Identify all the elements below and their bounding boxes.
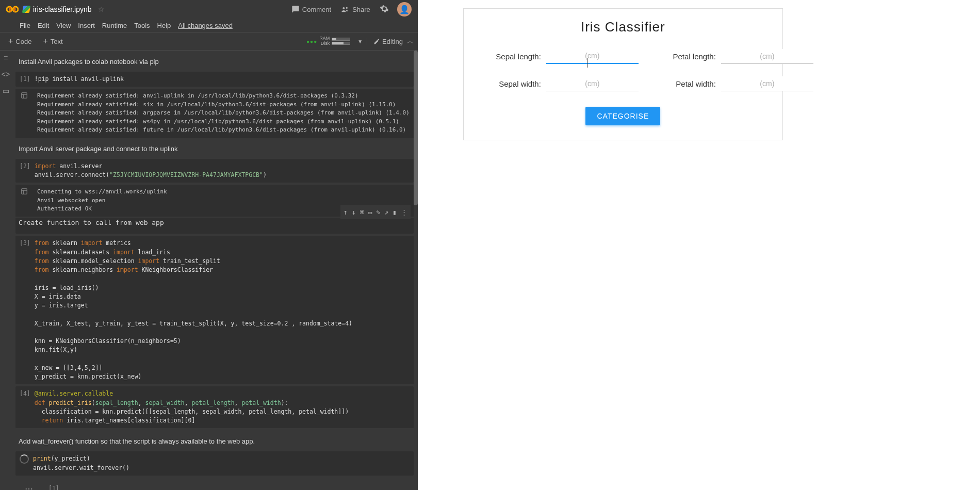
cell-1-output: Requirement already satisfied: anvil-upl… [15,89,414,138]
code: @anvil.server.callable def predict_iris(… [35,386,414,428]
text-cell-1[interactable]: Install Anvil packages to colab notebook… [15,51,414,72]
toc-icon[interactable]: ≡ [4,54,8,62]
meters [332,38,350,45]
text-cell-4[interactable]: Add wait_forever() function so that the … [15,430,414,451]
add-text-button[interactable]: +Text [43,37,62,45]
code-cell-4[interactable]: [4]@anvil.server.callable def predict_ir… [15,386,414,428]
files-icon[interactable]: ▭ [3,87,9,95]
pencil-icon [373,38,380,45]
cell-prompt: [3] [15,236,35,384]
text-cell-3[interactable]: Create function to call from web app [15,218,414,234]
cell-prompt: [4] [15,386,35,428]
text-cell-2[interactable]: Import Anvil server package and connect … [15,138,414,159]
text-caret [587,58,587,68]
menu-runtime[interactable]: Runtime [102,22,127,29]
svg-point-2 [342,7,345,9]
collapse-button[interactable]: ︿ [407,37,414,46]
running-spinner[interactable] [15,451,33,476]
star-icon[interactable]: ☆ [98,5,105,13]
plus-icon: + [8,37,13,45]
sepal-width-label: Sepal width: [479,79,541,88]
comment-icon [291,5,300,13]
add-code-button[interactable]: +Code [8,37,31,45]
plus-icon: + [43,37,47,45]
share-icon [340,5,350,13]
code: import anvil.server anvil.server.connect… [35,159,414,183]
code: !pip install anvil-uplink [35,72,414,87]
output-icon[interactable] [21,92,28,99]
dropdown-icon[interactable]: ▼ [357,39,363,44]
delete-cell-icon[interactable]: ▮ [393,207,397,218]
petal-length-input[interactable] [721,49,813,64]
code-cell-3[interactable]: ↑ ↓ ⌘ ▭ ✎ ⇗ ▮ ⋮ Create function to call … [15,218,414,234]
menu-help[interactable]: Help [157,22,171,29]
share-button[interactable]: Share [340,5,370,13]
menu-tools[interactable]: Tools [134,22,150,29]
svg-rect-5 [22,189,27,194]
mirror-icon[interactable]: ⇗ [384,207,388,218]
toolbar: +Code +Text ●●● RAMDisk ▼ Editing ︿ [0,32,418,51]
move-down-icon[interactable]: ↓ [352,207,356,218]
sepal-length-label: Sepal length: [479,52,541,61]
scrollbar[interactable] [414,51,418,205]
colab-header: iris-classifier.ipynb ☆ Comment Share 👤 [0,0,418,19]
gear-icon [380,4,389,13]
cell-prompt: [1] [15,72,35,87]
user-avatar[interactable]: 👤 [397,2,412,17]
code-cell-1[interactable]: [1]!pip install anvil-uplink [15,72,414,87]
resource-monitor[interactable]: ●●● RAMDisk [306,36,350,46]
link-icon[interactable]: ⌘ [360,207,364,218]
cell-toolbar: ↑ ↓ ⌘ ▭ ✎ ⇗ ▮ ⋮ [340,205,411,220]
drive-icon [22,6,30,13]
more-actions[interactable]: ⋯ [15,481,43,490]
app-title: Iris Classifier [479,19,767,35]
sidebar-rail: ≡ <> ▭ [0,51,11,490]
sepal-length-input[interactable] [546,48,639,64]
svg-rect-4 [22,93,27,99]
code-cell-3b[interactable]: [3]from sklearn import metrics from skle… [15,236,414,384]
output-icon[interactable] [21,188,28,195]
petal-length-label: Petal length: [654,52,716,61]
sepal-width-input[interactable] [546,76,639,91]
move-up-icon[interactable]: ↑ [344,207,348,218]
cell-prompt-last: [1] [48,485,59,490]
code-cell-5[interactable]: print(y_predict) anvil.server.wait_forev… [15,451,414,476]
code-cell-2[interactable]: [2]import anvil.server anvil.server.conn… [15,159,414,183]
menu-file[interactable]: File [20,22,30,29]
menu-edit[interactable]: Edit [38,22,49,29]
menu-bar: File Edit View Insert Runtime Tools Help… [0,19,418,32]
comment-cell-icon[interactable]: ▭ [368,207,372,218]
menu-insert[interactable]: Insert [78,22,95,29]
menu-view[interactable]: View [56,22,71,29]
edit-cell-icon[interactable]: ✎ [376,207,380,218]
save-status[interactable]: All changes saved [178,22,233,29]
more-icon[interactable]: ⋮ [401,207,407,218]
code: print(y_predict) anvil.server.wait_forev… [33,451,414,476]
colab-logo [6,3,19,15]
notebook-name[interactable]: iris-classifier.ipynb [33,5,92,13]
comment-button[interactable]: Comment [291,5,331,13]
iris-card: Iris Classifier Sepal length: Petal leng… [463,8,783,140]
editing-mode[interactable]: Editing [367,38,403,45]
status-dots: ●●● [306,39,317,44]
snippets-icon[interactable]: <> [2,70,10,78]
petal-width-label: Petal width: [654,79,716,88]
cell-prompt: [2] [15,159,35,183]
settings-button[interactable] [380,4,389,15]
categorise-button[interactable]: CATEGORISE [585,107,660,125]
svg-point-3 [346,7,348,9]
petal-width-input[interactable] [721,76,813,91]
code: from sklearn import metrics from sklearn… [35,236,414,384]
